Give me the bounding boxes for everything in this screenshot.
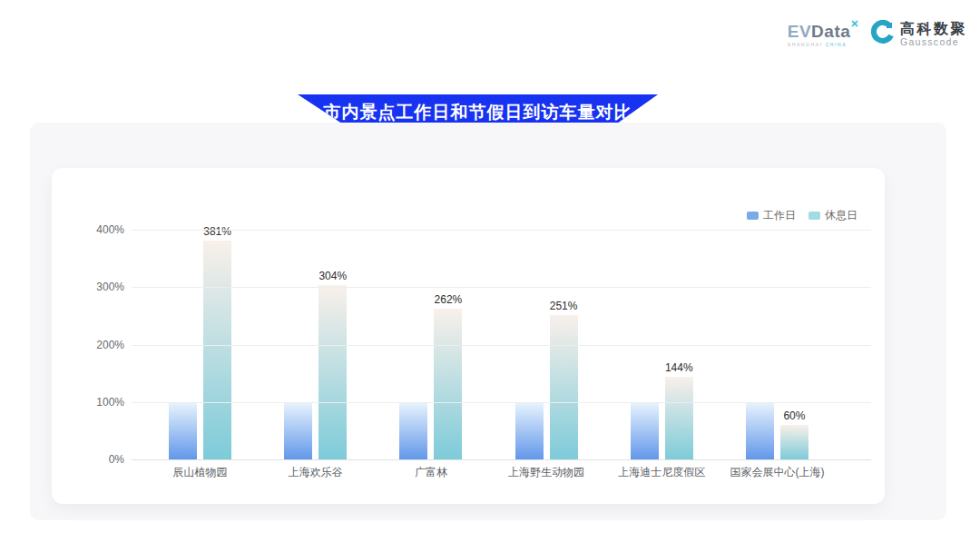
- x-axis-label: 国家会展中心(上海): [720, 465, 835, 480]
- gridline: [132, 345, 871, 346]
- evdata-ev-text: EV: [788, 22, 811, 41]
- bar-restday: [318, 285, 347, 459]
- y-axis-tick: 100%: [84, 396, 124, 409]
- legend-swatch-restday: [808, 212, 820, 220]
- page-title: 市内景点工作日和节假日到访车量对比: [324, 101, 632, 124]
- bar-workday: [631, 402, 659, 459]
- evdata-data-text: Data: [811, 22, 850, 41]
- legend-label-restday: 休息日: [825, 208, 858, 223]
- gridline: [132, 459, 871, 460]
- x-axis-labels: 辰山植物园上海欢乐谷广富林上海野生动物园上海迪士尼度假区国家会展中心(上海): [142, 465, 835, 480]
- gausscode-logo: 高科数聚 Gausscode: [870, 20, 967, 48]
- bar-value-label: 144%: [665, 361, 693, 374]
- bar-value-label: 60%: [783, 409, 805, 422]
- bar-value-label: 381%: [203, 225, 231, 238]
- legend-item-restday[interactable]: 休息日: [808, 208, 858, 223]
- legend-item-workday[interactable]: 工作日: [747, 208, 796, 223]
- y-axis-tick: 200%: [84, 339, 124, 351]
- plot-area: 381%304%262%251%144%60%: [132, 230, 871, 459]
- bar-workday: [284, 402, 312, 459]
- bar-value-label: 262%: [435, 293, 463, 306]
- evdata-sub-shanghai: SHANGHAI: [788, 42, 823, 47]
- evdata-wordmark: EVData✕: [788, 23, 859, 40]
- x-axis-label: 广富林: [373, 465, 488, 480]
- bar-workday: [746, 402, 774, 459]
- y-axis-tick: 400%: [84, 223, 124, 236]
- legend-label-workday: 工作日: [763, 208, 796, 223]
- chart-legend: 工作日 休息日: [747, 208, 858, 223]
- bar-restday: [550, 315, 578, 459]
- x-axis-label: 辰山植物园: [142, 465, 258, 480]
- chart-card: 工作日 休息日 381%304%262%251%144%60% 辰山植物园上海欢…: [52, 168, 885, 504]
- y-axis-tick: 0%: [84, 453, 124, 466]
- gausscode-text: 高科数聚 Gausscode: [900, 21, 967, 48]
- evdata-logo: EVData✕ SHANGHAI CHINA: [788, 20, 859, 47]
- bar-value-label: 304%: [318, 270, 347, 282]
- bar-workday: [515, 402, 544, 459]
- x-axis-label: 上海迪士尼度假区: [604, 465, 720, 480]
- header-logos: EVData✕ SHANGHAI CHINA 高科数聚 Gausscode: [788, 20, 967, 48]
- x-axis-label: 上海欢乐谷: [258, 465, 373, 480]
- legend-swatch-workday: [747, 212, 759, 220]
- gausscode-cn-label: 高科数聚: [900, 21, 967, 37]
- bar-workday: [399, 402, 427, 459]
- bar-restday: [203, 241, 231, 459]
- gridline: [132, 287, 871, 288]
- gausscode-g-icon: [870, 20, 895, 48]
- gridline: [132, 402, 871, 403]
- bar-restday: [780, 425, 808, 459]
- bar-restday: [665, 377, 693, 459]
- bar-workday: [169, 402, 197, 459]
- bar-value-label: 251%: [550, 300, 578, 312]
- evdata-sub-china: CHINA: [826, 42, 848, 47]
- bar-restday: [434, 309, 462, 459]
- y-axis-tick: 300%: [84, 281, 124, 293]
- x-axis-label: 上海野生动物园: [489, 465, 604, 480]
- evdata-subtext: SHANGHAI CHINA: [788, 42, 859, 47]
- evdata-x-icon: ✕: [850, 18, 859, 29]
- gridline: [132, 230, 871, 231]
- gausscode-en-label: Gausscode: [900, 36, 967, 47]
